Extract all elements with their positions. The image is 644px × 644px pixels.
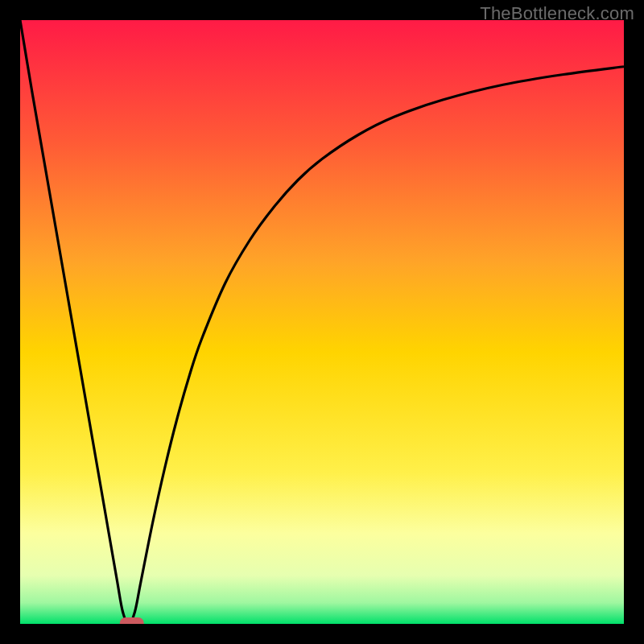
watermark-text: TheBottleneck.com — [480, 3, 634, 24]
chart-frame — [20, 20, 624, 624]
chart-svg — [20, 20, 624, 624]
optimal-marker — [120, 617, 144, 624]
gradient-background — [20, 20, 624, 624]
